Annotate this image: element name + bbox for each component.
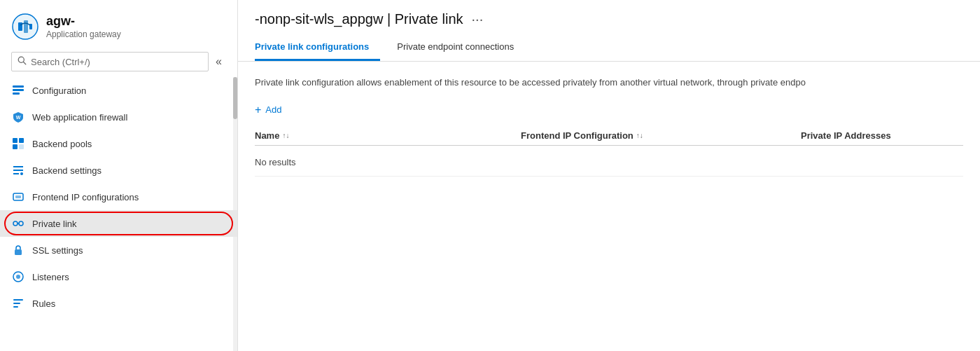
table-header: Name ↑↓ Frontend IP Configuration ↑↓ Pri… <box>255 130 963 146</box>
page-title: -nonp-sit-wls_appgw | Private link <box>255 11 463 27</box>
sidebar-item-ssl-settings[interactable]: SSL settings <box>0 237 237 263</box>
svg-rect-8 <box>13 92 20 95</box>
sidebar-item-listeners[interactable]: Listeners <box>0 263 237 290</box>
svg-rect-23 <box>15 249 22 255</box>
search-box[interactable]: Search (Ctrl+/) <box>11 52 209 71</box>
sidebar-item-label: Frontend IP configurations <box>32 192 139 202</box>
svg-rect-28 <box>13 306 18 308</box>
frontend-ip-icon <box>11 190 25 204</box>
collapse-sidebar-button[interactable]: « <box>211 53 226 71</box>
sidebar-item-rules[interactable]: Rules <box>0 290 237 317</box>
sidebar-item-label: Backend settings <box>32 165 102 176</box>
no-results-text: No results <box>255 149 963 177</box>
resource-name: agw- <box>46 14 121 29</box>
listeners-icon <box>11 270 25 284</box>
ssl-icon <box>11 243 25 257</box>
search-placeholder: Search (Ctrl+/) <box>31 57 90 67</box>
more-options-button[interactable]: ··· <box>472 11 484 27</box>
svg-text:W: W <box>16 115 21 120</box>
sidebar-item-waf[interactable]: W Web application firewall <box>0 104 237 130</box>
app-gateway-logo <box>11 13 39 41</box>
search-icon <box>18 56 27 67</box>
add-button[interactable]: + Add <box>255 101 281 119</box>
sidebar-item-backend-pools[interactable]: Backend pools <box>0 130 237 157</box>
main-header: -nonp-sit-wls_appgw | Private link ··· <box>238 0 980 34</box>
resource-type: Application gateway <box>46 29 121 39</box>
sidebar-item-frontend-ip[interactable]: Frontend IP configurations <box>0 184 237 210</box>
sidebar-item-label: Rules <box>32 298 55 309</box>
svg-point-25 <box>16 275 20 279</box>
tab-private-link-configurations[interactable]: Private link configurations <box>255 34 380 61</box>
column-frontend-ip: Frontend IP Configuration ↑↓ <box>521 130 801 141</box>
svg-rect-10 <box>13 138 18 143</box>
sidebar-item-label: Web application firewall <box>32 112 127 123</box>
svg-rect-2 <box>24 20 28 33</box>
backend-pools-icon <box>11 137 25 151</box>
svg-rect-27 <box>13 303 20 304</box>
private-link-icon <box>11 216 25 230</box>
sidebar-item-label: Private link <box>32 219 77 229</box>
svg-rect-7 <box>13 89 24 91</box>
config-icon <box>11 83 25 97</box>
shield-icon: W <box>11 110 25 124</box>
tab-private-endpoint-connections[interactable]: Private endpoint connections <box>397 34 525 61</box>
search-row: Search (Ctrl+/) « <box>0 49 237 77</box>
svg-rect-19 <box>15 195 21 198</box>
svg-line-5 <box>24 62 26 64</box>
svg-point-20 <box>13 221 18 226</box>
column-private-ip: Private IP Addresses <box>801 130 980 141</box>
nav-scroll: Configuration W Web application firewall… <box>0 77 237 351</box>
svg-rect-12 <box>13 144 18 149</box>
sidebar-item-label: Listeners <box>32 272 69 282</box>
backend-settings-icon <box>11 163 25 177</box>
plus-icon: + <box>255 104 261 116</box>
sidebar-header: agw- Application gateway <box>0 7 237 49</box>
sort-icon-frontend[interactable]: ↑↓ <box>636 132 643 139</box>
svg-rect-6 <box>13 85 24 88</box>
sidebar-item-backend-settings[interactable]: Backend settings <box>0 157 237 184</box>
description-text: Private link configuration allows enable… <box>255 76 885 90</box>
sidebar-item-label: Backend pools <box>32 139 92 149</box>
sidebar: agw- Application gateway Search (Ctrl+/)… <box>0 0 238 351</box>
sidebar-item-private-link[interactable]: Private link <box>0 210 237 237</box>
svg-rect-26 <box>13 299 23 301</box>
column-name: Name ↑↓ <box>255 130 521 141</box>
add-button-label: Add <box>265 104 281 115</box>
svg-rect-11 <box>19 138 24 143</box>
sort-icon-name[interactable]: ↑↓ <box>282 132 289 139</box>
svg-point-17 <box>20 172 23 175</box>
main-content: -nonp-sit-wls_appgw | Private link ··· P… <box>238 0 980 351</box>
sidebar-title-block: agw- Application gateway <box>46 14 121 39</box>
svg-rect-13 <box>19 144 24 149</box>
main-body: Private link configuration allows enable… <box>238 62 980 351</box>
sidebar-item-label: SSL settings <box>32 245 83 256</box>
svg-point-21 <box>19 221 23 226</box>
rules-icon <box>11 296 25 310</box>
sidebar-item-label: Configuration <box>32 85 86 96</box>
sidebar-item-configuration[interactable]: Configuration <box>0 77 237 104</box>
tabs-row: Private link configurations Private endp… <box>238 34 980 62</box>
